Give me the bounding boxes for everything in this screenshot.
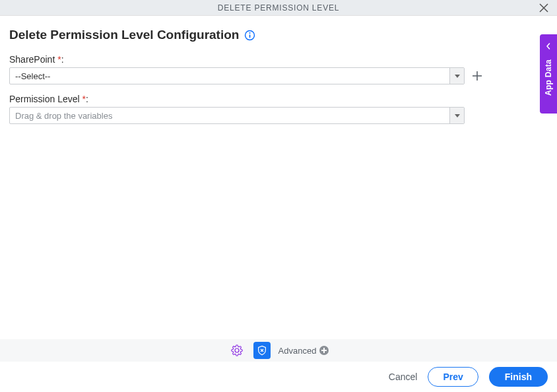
field-sharepoint: SharePoint *: --Select--	[9, 54, 548, 84]
permission-level-label: Permission Level *:	[9, 94, 548, 104]
prev-button[interactable]: Prev	[428, 367, 478, 387]
svg-rect-4	[249, 34, 251, 38]
advanced-link[interactable]: Advanced	[278, 346, 329, 356]
titlebar-title: DELETE PERMISSION LEVEL	[218, 3, 339, 13]
permission-level-placeholder: Drag & drop the variables	[10, 108, 449, 123]
svg-point-3	[249, 32, 251, 34]
page-heading-row: Delete Permission Level Configuration	[9, 28, 548, 42]
sharepoint-label-text: SharePoint	[9, 54, 55, 65]
app-data-tab[interactable]: App Data	[540, 34, 557, 114]
close-icon[interactable]	[536, 0, 552, 16]
sharepoint-select[interactable]: --Select--	[9, 67, 465, 84]
info-icon[interactable]	[244, 30, 255, 41]
finish-button[interactable]: Finish	[489, 367, 548, 387]
chevron-left-icon	[545, 41, 552, 51]
required-asterisk: *	[82, 94, 86, 104]
sharepoint-row: --Select--	[9, 67, 548, 84]
sharepoint-label: SharePoint *:	[9, 54, 548, 65]
content-area: Delete Permission Level Configuration Sh…	[0, 16, 557, 124]
chevron-down-icon[interactable]	[449, 108, 464, 123]
app-data-label: App Data	[544, 59, 553, 96]
chevron-down-icon[interactable]	[449, 68, 464, 84]
cancel-button[interactable]: Cancel	[389, 372, 418, 382]
permission-level-input[interactable]: Drag & drop the variables	[9, 107, 465, 124]
required-asterisk: *	[57, 54, 61, 65]
add-sharepoint-button[interactable]	[470, 69, 484, 83]
advanced-label: Advanced	[278, 346, 317, 356]
field-permission-level: Permission Level *: Drag & drop the vari…	[9, 94, 548, 124]
gear-icon[interactable]	[228, 342, 246, 359]
titlebar: DELETE PERMISSION LEVEL	[0, 0, 557, 16]
footer: Cancel Prev Finish	[0, 362, 557, 392]
bottom-toolbar: Advanced	[0, 339, 557, 362]
sharepoint-value: --Select--	[10, 68, 449, 84]
plus-circle-icon	[319, 346, 329, 355]
permission-level-label-text: Permission Level	[9, 94, 80, 104]
permission-level-row: Drag & drop the variables	[9, 107, 548, 124]
shield-icon[interactable]	[253, 342, 271, 359]
page-heading: Delete Permission Level Configuration	[9, 28, 239, 42]
